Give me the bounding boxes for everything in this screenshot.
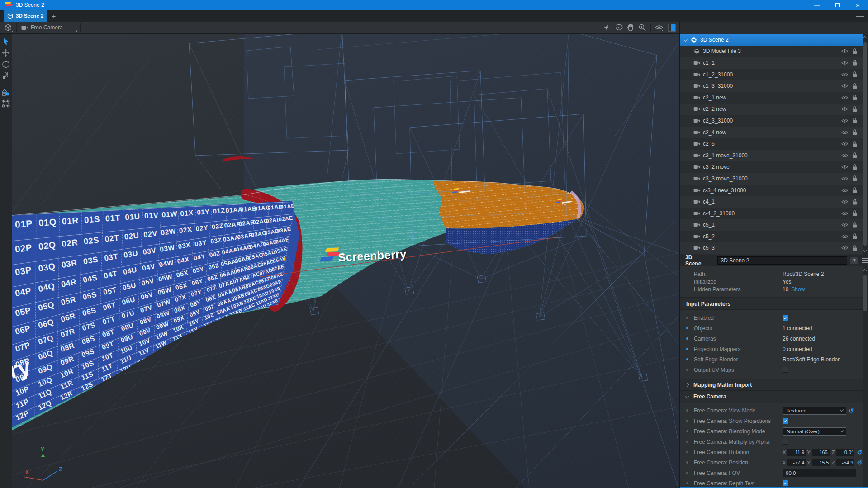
checkbox[interactable] (783, 315, 788, 321)
restore-button[interactable] (827, 0, 848, 10)
visibility-eye-icon[interactable] (841, 234, 848, 239)
dropdown[interactable]: Normal (Over) (783, 427, 846, 436)
section-input-parameters[interactable]: Input Parameters (680, 298, 863, 310)
tab-3d-scene-2[interactable]: 3D Scene 2 (4, 10, 47, 22)
tree-item[interactable]: c5_2 (680, 231, 863, 242)
section-free-camera[interactable]: Free Camera (680, 391, 863, 403)
lock-icon[interactable] (852, 60, 857, 66)
lock-icon[interactable] (852, 152, 857, 158)
visibility-eye-icon[interactable] (841, 95, 848, 100)
pan-hand-icon[interactable] (627, 24, 634, 32)
checkbox[interactable] (783, 480, 788, 486)
lock-icon[interactable] (852, 118, 857, 123)
properties-menu-icon[interactable] (862, 258, 868, 263)
visibility-eye-icon[interactable] (841, 107, 848, 111)
tree-item[interactable]: c1_1 (680, 57, 863, 69)
lock-icon[interactable] (852, 175, 857, 181)
lock-icon[interactable] (852, 210, 857, 216)
lock-icon[interactable] (852, 106, 857, 112)
close-button[interactable]: × (848, 0, 868, 10)
toggle-side-panel-button[interactable] (668, 24, 676, 32)
tree-item[interactable]: c2_5 (680, 138, 863, 150)
visibility-eye-icon[interactable] (841, 188, 848, 193)
main-menu-icon[interactable] (856, 14, 864, 19)
lock-icon[interactable] (852, 199, 857, 205)
section-mapping-matter-import[interactable]: Mapping Matter Import (680, 379, 863, 391)
reset-button[interactable]: ↺ (857, 449, 862, 455)
x-field[interactable]: -11.9 (787, 449, 806, 456)
lock-icon[interactable] (852, 71, 857, 77)
properties-tab-label[interactable]: 3D Scene (685, 254, 710, 267)
lock-icon[interactable] (852, 187, 857, 193)
orbit-icon[interactable] (615, 24, 623, 32)
lock-icon[interactable] (852, 95, 857, 100)
visibility-eye-icon[interactable] (841, 176, 848, 181)
lock-icon[interactable] (852, 222, 857, 228)
visibility-eye-icon[interactable] (841, 153, 848, 158)
properties-scrollbar[interactable] (863, 266, 868, 488)
z-field[interactable]: -54.9 (836, 459, 854, 466)
camera-selector[interactable]: Free Camera (19, 22, 78, 33)
visibility-eye-icon[interactable] (841, 72, 848, 77)
lock-icon[interactable] (852, 245, 857, 251)
tree-item[interactable]: c2_2 new (680, 104, 863, 115)
visibility-eye-icon[interactable] (841, 130, 848, 135)
rotate-tool-icon[interactable] (2, 60, 10, 68)
checkbox[interactable] (783, 439, 788, 445)
transform-box-tool-icon[interactable] (2, 99, 10, 108)
tree-scrollbar[interactable] (863, 34, 868, 255)
new-tab-button[interactable]: + (47, 10, 61, 22)
reset-button[interactable]: ↺ (857, 460, 862, 466)
checkbox[interactable] (783, 367, 788, 373)
y-field[interactable]: -165. (812, 449, 830, 456)
visibility-eye-icon[interactable] (841, 199, 848, 204)
visibility-eye-icon[interactable] (841, 61, 848, 65)
tree-item[interactable]: c3_2 move (680, 161, 863, 173)
tree-item-root[interactable]: 3D Scene 2 (680, 34, 863, 46)
node-name-field[interactable]: 3D Scene 2 (717, 256, 848, 265)
tree-item[interactable]: c1_3_31000 (680, 80, 863, 92)
tree-item[interactable]: c-4_2_31000 (680, 208, 863, 219)
x-field[interactable]: -77.4 (787, 459, 806, 466)
value-field[interactable]: 90.0 (783, 469, 856, 477)
tree-item[interactable]: c-3_4 new_31000 (680, 185, 863, 196)
show-hidden-link[interactable]: Show (791, 286, 805, 293)
tree-item[interactable]: c4_1 (680, 196, 863, 208)
tree-item[interactable]: c5_1 (680, 219, 863, 231)
tree-item[interactable]: c1_2_31000 (680, 69, 863, 81)
select-tool-icon[interactable] (2, 38, 9, 46)
dropdown[interactable]: Textured (783, 407, 846, 415)
visibility-eye-icon[interactable] (841, 118, 848, 123)
lock-icon[interactable] (852, 129, 857, 135)
tree-item[interactable]: c2_4 new (680, 127, 863, 138)
tree-item[interactable]: c3_1 move_31000 (680, 150, 863, 161)
visibility-eye-icon[interactable] (841, 246, 848, 250)
move-tool-icon[interactable] (2, 49, 10, 57)
lock-icon[interactable] (852, 48, 857, 54)
tree-item[interactable]: c2_1 new (680, 92, 863, 104)
fly-mode-icon[interactable] (602, 24, 611, 32)
viewport-3d[interactable] (12, 34, 679, 488)
visibility-eye-icon[interactable] (841, 223, 848, 227)
lock-icon[interactable] (852, 164, 857, 170)
lock-icon[interactable] (852, 83, 857, 89)
visibility-eye-icon[interactable] (841, 142, 848, 146)
lock-icon[interactable] (852, 141, 857, 147)
visibility-eye-icon[interactable] (841, 49, 848, 53)
visibility-eye-icon[interactable] (841, 165, 848, 169)
checkbox[interactable] (783, 418, 788, 424)
lock-icon[interactable] (852, 233, 857, 239)
help-button[interactable]: ? (850, 257, 858, 264)
zoom-icon[interactable] (638, 24, 646, 32)
tree-item[interactable]: c5_3 (680, 242, 863, 254)
visibility-eye-icon[interactable] (841, 84, 848, 88)
reset-button[interactable]: ↺ (849, 407, 854, 414)
z-field[interactable]: 0.0° (836, 449, 854, 456)
y-field[interactable]: 15.5 (812, 459, 830, 466)
scene-object-menu-button[interactable] (2, 22, 14, 33)
visibility-eye-icon[interactable] (841, 211, 848, 216)
scale-tool-icon[interactable] (2, 71, 10, 80)
tree-item[interactable]: c2_3_31000 (680, 115, 863, 127)
minimize-button[interactable]: — (807, 0, 827, 10)
view-options-button[interactable] (655, 23, 664, 32)
